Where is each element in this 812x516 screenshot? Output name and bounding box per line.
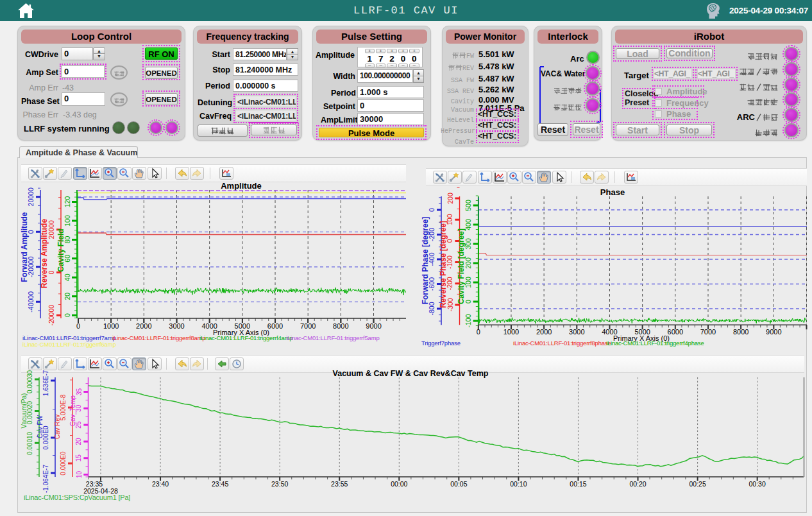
svg-text:1.636E-7: 1.636E-7 (42, 370, 49, 396)
svg-text:23:55: 23:55 (331, 480, 348, 488)
svg-text:Cav FW: Cav FW (37, 415, 44, 438)
svg-text:Vacuum & Cav FW & Cav Rev&Cav: Vacuum & Cav FW & Cav Rev&Cav Temp (333, 369, 489, 378)
svg-text:00:10: 00:10 (510, 480, 527, 488)
svg-text:0.00010: 0.00010 (26, 431, 33, 455)
svg-text:Cav_Temp: Cav_Temp (69, 395, 76, 426)
svg-text:00:05: 00:05 (450, 480, 467, 488)
svg-text:0.00030: 0.00030 (26, 370, 33, 393)
svg-text:23:45: 23:45 (212, 480, 228, 488)
svg-text:10: 10 (76, 471, 83, 479)
svg-text:Vacuum(Pa): Vacuum(Pa) (21, 393, 28, 429)
svg-text:00:30: 00:30 (749, 480, 766, 488)
svg-text:20: 20 (76, 438, 83, 445)
svg-text:0.000E0: 0.000E0 (60, 451, 67, 476)
svg-text:35: 35 (76, 388, 83, 396)
svg-text:30: 30 (76, 404, 83, 412)
svg-text:00:00: 00:00 (391, 480, 407, 488)
svg-text:25: 25 (76, 421, 83, 429)
svg-text:23:40: 23:40 (152, 480, 169, 488)
svg-text:00:20: 00:20 (629, 480, 646, 488)
svg-text:23:50: 23:50 (271, 480, 288, 488)
svg-text:00:15: 00:15 (570, 480, 586, 488)
svg-text:Cav Rev: Cav Rev (54, 415, 61, 439)
svg-text:15: 15 (76, 454, 83, 462)
svg-text:-1.064E-7: -1.064E-7 (42, 465, 49, 493)
svg-text:00:25: 00:25 (689, 480, 706, 488)
